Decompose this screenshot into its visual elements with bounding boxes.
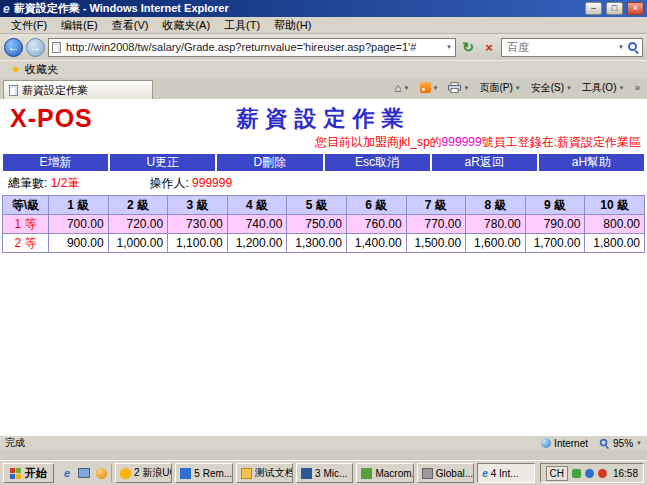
- return-button[interactable]: aR返回: [432, 154, 537, 171]
- back-button[interactable]: ←: [4, 38, 23, 57]
- taskbar-button-internet-explorer[interactable]: e 4 Int...: [477, 463, 534, 483]
- taskbar-button-global[interactable]: Global...: [417, 463, 474, 483]
- operator: 操作人: 999999: [149, 175, 232, 192]
- tray-icon-1[interactable]: [572, 469, 581, 478]
- stop-button[interactable]: ×: [480, 38, 498, 57]
- table-row[interactable]: 2 等 900.00 1,000.00 1,100.00 1,200.00 1,…: [3, 234, 645, 253]
- zoom-control[interactable]: 95% ▼: [598, 437, 642, 449]
- search-input[interactable]: [505, 40, 615, 54]
- total-label: 總筆數:: [8, 176, 47, 190]
- taskbar-button-microsoft[interactable]: 3 Mic...: [296, 463, 353, 483]
- zoom-caret-icon: ▼: [636, 439, 642, 447]
- update-button[interactable]: U更正: [110, 154, 215, 171]
- col-header: 7 級: [406, 196, 466, 215]
- value-cell: 700.00: [49, 215, 109, 234]
- address-input[interactable]: [64, 40, 443, 54]
- col-header: 8 級: [466, 196, 526, 215]
- close-button[interactable]: ×: [627, 2, 644, 15]
- quicklaunch-ie-icon[interactable]: e: [60, 466, 74, 480]
- salary-grade-table: 等\級 1 級 2 級 3 級 4 級 5 級 6 級 7 級 8 級 9 級 …: [2, 195, 645, 253]
- menu-help[interactable]: 帮助(H): [267, 17, 318, 34]
- quicklaunch-media-icon[interactable]: [94, 466, 108, 480]
- menu-file[interactable]: 文件(F): [4, 17, 54, 34]
- favorites-button[interactable]: ★ 收藏夹: [5, 61, 64, 78]
- status-bar: 完成 Internet 95% ▼: [0, 435, 647, 450]
- address-dropdown-icon[interactable]: ▼: [446, 43, 452, 51]
- uc-app-icon: [120, 468, 131, 479]
- value-cell: 1,800.00: [585, 234, 645, 253]
- value-cell: 790.00: [525, 215, 585, 234]
- overflow-chevron-button[interactable]: »: [630, 81, 644, 94]
- value-cell: 740.00: [227, 215, 287, 234]
- menu-edit[interactable]: 编辑(E): [54, 17, 105, 34]
- caret-icon: ▼: [618, 84, 624, 92]
- search-dropdown-icon[interactable]: ▼: [618, 43, 624, 51]
- home-button[interactable]: ⌂ ▼: [390, 81, 413, 95]
- windows-flag-icon: [10, 468, 21, 479]
- safety-menu-button[interactable]: 安全(S) ▼: [527, 80, 576, 96]
- table-row[interactable]: 1 等 700.00 720.00 730.00 740.00 750.00 7…: [3, 215, 645, 234]
- menu-tools[interactable]: 工具(T): [217, 17, 267, 34]
- start-label: 开始: [25, 466, 47, 481]
- tab-bar: 薪資設定作業 ⌂ ▼ ▼ ▼ 页面(P) ▼ 安全(S) ▼: [0, 78, 647, 99]
- tools-menu-label: 工具(O): [582, 81, 616, 95]
- tray-icon-2[interactable]: [585, 469, 594, 478]
- maximize-button[interactable]: □: [606, 2, 623, 15]
- value-cell: 1,300.00: [287, 234, 347, 253]
- tray-icon-3[interactable]: [598, 469, 607, 478]
- value-cell: 800.00: [585, 215, 645, 234]
- zoom-icon: [599, 438, 609, 448]
- search-box[interactable]: ▼: [501, 38, 643, 57]
- page-title: 薪資設定作業: [2, 101, 645, 134]
- taskbar-button-macromedia[interactable]: Macrom...: [356, 463, 413, 483]
- forward-button[interactable]: →: [26, 38, 45, 57]
- record-info-bar: 總筆數: 1/2筆 操作人: 999999: [2, 174, 645, 195]
- help-button[interactable]: aH幫助: [539, 154, 644, 171]
- quicklaunch-desktop-icon[interactable]: [77, 466, 91, 480]
- print-button[interactable]: ▼: [444, 81, 473, 94]
- xpos-logo: X-POS: [10, 104, 93, 133]
- taskbar-button-label: Macrom...: [375, 468, 413, 479]
- ie-app-icon: e: [482, 468, 488, 479]
- page-menu-button[interactable]: 页面(P) ▼: [475, 80, 524, 96]
- start-button[interactable]: 开始: [3, 463, 54, 483]
- global-app-icon: [422, 468, 433, 479]
- tab-salary-setting[interactable]: 薪資設定作業: [3, 80, 153, 99]
- printer-icon: [448, 82, 461, 93]
- menu-bar: 文件(F) 编辑(E) 查看(V) 收藏夹(A) 工具(T) 帮助(H): [0, 17, 647, 34]
- value-cell: 1,700.00: [525, 234, 585, 253]
- delete-button[interactable]: D刪除: [217, 154, 322, 171]
- folder-app-icon: [241, 468, 252, 479]
- taskbar-button-remote[interactable]: 5 Rem...: [175, 463, 232, 483]
- language-indicator[interactable]: CH: [546, 466, 568, 481]
- col-header: 4 級: [227, 196, 287, 215]
- navigation-bar: ← → ▼ ↻ × ▼: [0, 34, 647, 60]
- word-app-icon: [301, 468, 312, 479]
- security-zone: Internet: [541, 438, 588, 449]
- menu-favorites[interactable]: 收藏夹(A): [155, 17, 217, 34]
- ie-glyph: e: [64, 467, 70, 479]
- refresh-button[interactable]: ↻: [459, 38, 477, 57]
- col-header: 2 級: [108, 196, 168, 215]
- value-cell: 760.00: [346, 215, 406, 234]
- cancel-button[interactable]: Esc取消: [325, 154, 430, 171]
- taskbar-button-label: 测试文档: [255, 466, 293, 480]
- value-cell: 1,200.00: [227, 234, 287, 253]
- search-icon[interactable]: [627, 41, 639, 53]
- feeds-button[interactable]: ▼: [416, 81, 443, 94]
- value-cell: 730.00: [168, 215, 228, 234]
- col-header: 3 級: [168, 196, 228, 215]
- clock[interactable]: 16:58: [611, 468, 638, 479]
- minimize-button[interactable]: –: [585, 2, 602, 15]
- tools-menu-button[interactable]: 工具(O) ▼: [578, 80, 628, 96]
- address-bar[interactable]: ▼: [48, 38, 456, 57]
- tab-title: 薪資設定作業: [22, 83, 88, 98]
- feed-icon: [420, 82, 431, 93]
- add-button[interactable]: E增新: [3, 154, 108, 171]
- desktop-glyph-icon: [78, 468, 90, 478]
- taskbar-button-folder[interactable]: 测试文档: [236, 463, 293, 483]
- menu-view[interactable]: 查看(V): [105, 17, 156, 34]
- taskbar-button-uc[interactable]: 2 新浪UC: [115, 463, 172, 483]
- system-tray: CH 16:58: [540, 463, 644, 483]
- col-header: 9 級: [525, 196, 585, 215]
